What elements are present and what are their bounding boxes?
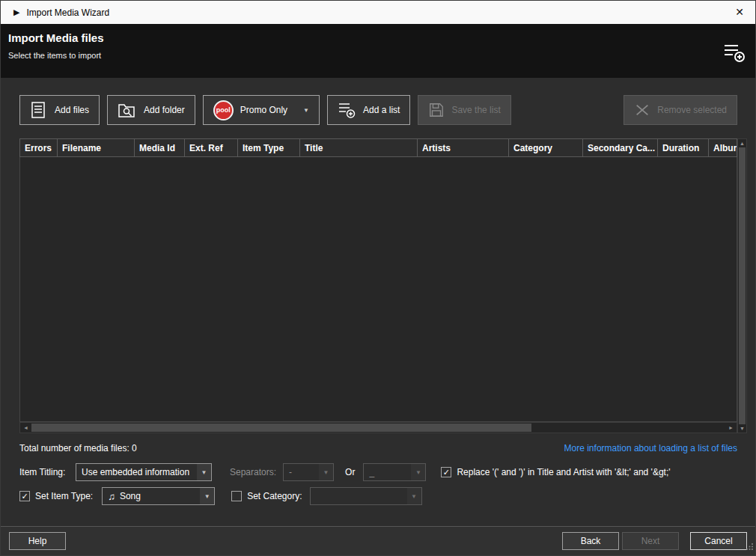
music-note-icon: ♫ (108, 492, 115, 501)
play-icon: ▶ (13, 8, 19, 16)
item-titling-label: Item Titling: (19, 467, 76, 477)
set-item-type-checkbox[interactable]: ✓ (19, 491, 30, 501)
add-a-list-button[interactable]: Add a list (327, 95, 410, 125)
column-header-8[interactable]: Category (509, 139, 583, 156)
add-a-list-icon (338, 101, 356, 119)
separator-1-value: - (284, 467, 319, 477)
scroll-up-icon[interactable]: ▲ (737, 141, 748, 146)
column-header-10[interactable]: Duration (658, 139, 709, 156)
add-a-list-label: Add a list (363, 105, 400, 115)
add-folder-icon (118, 101, 137, 119)
dropdown-arrow-icon: ▼ (200, 488, 214, 504)
page-title: Import Media files (8, 31, 748, 44)
column-header-4[interactable]: Ext. Ref (185, 139, 238, 156)
scroll-right-icon[interactable]: ► (725, 425, 737, 430)
item-type-value: Song (120, 491, 141, 501)
pool-logo-icon: pool (213, 100, 234, 120)
dropdown-arrow-icon: ▼ (197, 464, 211, 480)
separator-1-dropdown[interactable]: - ▼ (283, 463, 334, 481)
main-content: Add files Add folder pool Promo Only ▼ (1, 78, 755, 526)
total-files-label: Total number of media files: 0 (19, 443, 137, 453)
set-category-checkbox[interactable]: ✓ (231, 491, 242, 501)
column-header-2[interactable]: Filename (58, 139, 135, 156)
help-button[interactable]: Help (9, 532, 66, 550)
window-title: Import Media Wizard (26, 7, 109, 18)
dropdown-arrow-icon: ▼ (411, 464, 425, 480)
column-header-6[interactable]: Title (300, 139, 418, 156)
item-type-dropdown[interactable]: ♫ Song ▼ (102, 487, 215, 505)
or-label: Or (345, 467, 355, 477)
item-type-row: ✓ Set Item Type: ♫ Song ▼ ✓ Set Category… (19, 487, 746, 505)
scroll-left-icon[interactable]: ◄ (20, 425, 31, 430)
dropdown-arrow-icon: ▼ (407, 488, 421, 504)
table-main: ErrorsFilenameMedia IdExt. RefItem TypeT… (19, 138, 737, 433)
import-list-icon (723, 42, 746, 66)
checkmark-icon: ✓ (21, 492, 28, 501)
cancel-button[interactable]: Cancel (690, 532, 747, 550)
save-the-list-button[interactable]: Save the list (418, 95, 510, 125)
page-subtitle: Select the items to import (8, 51, 748, 60)
separator-2-dropdown[interactable]: _ ▼ (363, 463, 426, 481)
column-header-1[interactable]: Errors (20, 139, 58, 156)
table-header-row: ErrorsFilenameMedia IdExt. RefItem TypeT… (19, 138, 737, 157)
resize-grip[interactable] (746, 540, 754, 554)
checkmark-icon: ✓ (443, 468, 450, 477)
add-files-button[interactable]: Add files (19, 95, 100, 125)
separator-2-value: _ (364, 467, 411, 477)
remove-selected-label: Remove selected (657, 105, 727, 115)
column-header-9[interactable]: Secondary Ca... (583, 139, 658, 156)
table-body[interactable] (19, 157, 737, 422)
more-info-link[interactable]: More information about loading a list of… (564, 443, 737, 453)
separators-label: Separators: (230, 467, 276, 477)
column-header-7[interactable]: Artists (418, 139, 509, 156)
horizontal-scrollbar[interactable]: ◄ ► (19, 422, 737, 433)
set-category-label: Set Category: (247, 491, 302, 501)
footer: Help Back Next Cancel (1, 526, 755, 555)
column-header-5[interactable]: Item Type (238, 139, 300, 156)
add-files-icon (30, 101, 48, 119)
dropdown-arrow-icon: ▼ (319, 464, 333, 480)
dropdown-arrow-icon: ▼ (303, 107, 309, 114)
promo-only-label: Promo Only (240, 105, 287, 115)
add-folder-label: Add folder (144, 105, 185, 115)
status-row: Total number of media files: 0 More info… (19, 443, 737, 453)
close-button[interactable]: ✕ (724, 1, 755, 24)
toolbar: Add files Add folder pool Promo Only ▼ (19, 95, 737, 125)
wizard-header: Import Media files Select the items to i… (1, 24, 755, 78)
media-table: ErrorsFilenameMedia IdExt. RefItem TypeT… (19, 138, 746, 433)
column-header-11[interactable]: Album (709, 139, 737, 156)
column-header-3[interactable]: Media Id (135, 139, 185, 156)
scroll-down-icon[interactable]: ▼ (737, 426, 748, 431)
remove-selected-button[interactable]: Remove selected (624, 95, 737, 125)
footer-right-buttons: Back Next Cancel (562, 532, 747, 550)
set-item-type-label: Set Item Type: (35, 491, 93, 501)
category-dropdown[interactable]: ▼ (310, 487, 422, 505)
save-the-list-label: Save the list (451, 105, 500, 115)
replace-parens-checkbox[interactable]: ✓ (441, 467, 451, 477)
add-files-label: Add files (55, 105, 89, 115)
horizontal-scroll-thumb[interactable] (31, 424, 531, 432)
vertical-scroll-thumb[interactable] (739, 147, 746, 424)
add-folder-button[interactable]: Add folder (107, 95, 195, 125)
remove-x-icon (634, 102, 650, 118)
titlebar[interactable]: ▶ Import Media Wizard ✕ (1, 1, 755, 24)
back-button[interactable]: Back (562, 532, 619, 550)
promo-only-dropdown[interactable]: pool Promo Only ▼ (203, 95, 320, 125)
next-button[interactable]: Next (622, 532, 679, 550)
item-titling-row: Item Titling: Use embedded information ▼… (19, 463, 746, 481)
vertical-scrollbar[interactable]: ▲ ▼ (737, 138, 747, 433)
item-titling-dropdown[interactable]: Use embedded information ▼ (76, 463, 212, 481)
import-media-wizard-window: ▶ Import Media Wizard ✕ Import Media fil… (0, 0, 756, 556)
item-titling-value: Use embedded information (76, 467, 197, 477)
replace-parens-label: Replace '(' and ')' in Title and Artist … (457, 467, 670, 477)
save-icon (428, 102, 445, 118)
